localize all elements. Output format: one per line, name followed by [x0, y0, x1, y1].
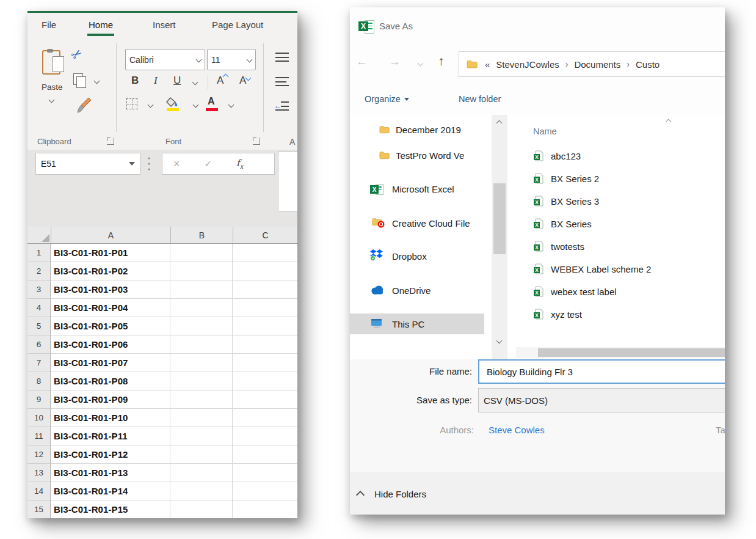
- cell-column-a[interactable]: BI3-C01-R01-P13: [51, 464, 170, 482]
- cell-column-c[interactable]: [233, 446, 297, 464]
- cell-column-a[interactable]: BI3-C01-R01-P01: [51, 244, 170, 262]
- cell-column-a[interactable]: BI3-C01-R01-P07: [51, 354, 170, 372]
- cell-column-c[interactable]: [233, 427, 297, 446]
- cell-column-a[interactable]: BI3-C01-R01-P08: [51, 372, 170, 391]
- cell-column-c[interactable]: [233, 482, 297, 501]
- tab-page-layout[interactable]: Page Layout: [212, 20, 263, 30]
- sort-ascending-icon[interactable]: [666, 119, 672, 125]
- row-header[interactable]: 7: [27, 354, 51, 372]
- font-size-combo[interactable]: 11: [207, 49, 256, 70]
- font-dialog-launcher[interactable]: [253, 138, 260, 145]
- align-middle-icon[interactable]: [275, 77, 289, 86]
- cut-icon[interactable]: ✂: [68, 45, 85, 64]
- column-header-a[interactable]: A: [51, 227, 171, 243]
- scrollbar-thumb[interactable]: [538, 348, 725, 357]
- cell-column-b[interactable]: [170, 354, 233, 372]
- cell-column-c[interactable]: [233, 501, 297, 518]
- cell-column-a[interactable]: BI3-C01-R01-P04: [51, 299, 170, 317]
- recent-locations-icon[interactable]: [418, 61, 424, 67]
- underline-dropdown-icon[interactable]: [192, 79, 198, 86]
- shrink-font-button[interactable]: A: [239, 75, 250, 87]
- tree-item-this-pc[interactable]: This PC: [350, 314, 484, 334]
- cell-column-b[interactable]: [170, 482, 233, 501]
- cell-column-c[interactable]: [233, 244, 297, 262]
- borders-dropdown-icon[interactable]: [148, 102, 154, 108]
- cell-column-a[interactable]: BI3-C01-R01-P15: [51, 501, 170, 518]
- cell-column-c[interactable]: [233, 354, 297, 372]
- cell-column-b[interactable]: [170, 262, 233, 280]
- address-bar[interactable]: « StevenJCowles › Documents › Custo: [459, 51, 725, 77]
- cell-column-b[interactable]: [170, 391, 233, 409]
- cell-column-a[interactable]: BI3-C01-R01-P05: [51, 317, 170, 336]
- name-column-header[interactable]: Name: [533, 127, 557, 136]
- copy-icon[interactable]: [73, 73, 83, 85]
- formula-input[interactable]: [278, 152, 297, 211]
- bold-button[interactable]: B: [131, 75, 139, 87]
- column-header-c[interactable]: C: [233, 227, 297, 243]
- list-horizontal-scrollbar[interactable]: [516, 347, 725, 358]
- up-icon[interactable]: ↑: [438, 54, 445, 68]
- tab-insert[interactable]: Insert: [153, 20, 176, 30]
- hide-folders-button[interactable]: Hide Folders: [374, 489, 426, 499]
- tree-item-dropbox[interactable]: Dropbox: [350, 247, 484, 265]
- cell-column-c[interactable]: [233, 317, 297, 336]
- cell-column-a[interactable]: BI3-C01-R01-P03: [51, 280, 170, 299]
- cell-column-b[interactable]: [170, 280, 233, 299]
- tree-item-testpro-word[interactable]: TestPro Word Ve: [350, 146, 484, 164]
- tab-file[interactable]: File: [42, 20, 56, 30]
- list-item[interactable]: XWEBEX Label scheme 2: [533, 260, 651, 278]
- cell-column-a[interactable]: BI3-C01-R01-P02: [51, 262, 170, 280]
- tree-scrollbar[interactable]: [492, 115, 507, 359]
- cell-column-b[interactable]: [170, 299, 233, 317]
- cell-column-b[interactable]: [170, 427, 233, 446]
- paste-icon[interactable]: [42, 50, 60, 75]
- file-name-input[interactable]: Biology Building Flr 3: [478, 359, 725, 384]
- cell-column-a[interactable]: BI3-C01-R01-P11: [51, 427, 170, 446]
- row-header[interactable]: 2: [27, 262, 51, 280]
- cell-column-a[interactable]: BI3-C01-R01-P09: [51, 391, 170, 409]
- list-item[interactable]: Xabc123: [533, 147, 581, 165]
- cell-column-c[interactable]: [233, 280, 297, 299]
- font-color-dropdown-icon[interactable]: [228, 102, 234, 108]
- save-as-type-select[interactable]: CSV (MS-DOS): [478, 388, 725, 413]
- cell-column-a[interactable]: BI3-C01-R01-P10: [51, 409, 170, 427]
- breadcrumb-item-custom[interactable]: Custo: [636, 59, 660, 70]
- row-header[interactable]: 15: [27, 501, 51, 518]
- select-all-button[interactable]: [27, 227, 51, 243]
- row-header[interactable]: 1: [27, 244, 51, 262]
- cell-column-a[interactable]: BI3-C01-R01-P06: [51, 336, 170, 354]
- list-item[interactable]: XBX Series: [533, 215, 592, 233]
- cell-column-c[interactable]: [233, 262, 297, 280]
- paste-button[interactable]: Paste: [42, 82, 62, 92]
- tree-item-creative-cloud[interactable]: Creative Cloud File: [350, 214, 484, 232]
- authors-link[interactable]: Steve Cowles: [489, 425, 545, 435]
- row-header[interactable]: 13: [27, 464, 51, 482]
- new-folder-button[interactable]: New folder: [459, 94, 501, 104]
- scroll-up-icon[interactable]: [496, 120, 503, 127]
- paste-dropdown-icon[interactable]: [49, 97, 55, 103]
- collapse-icon[interactable]: [356, 491, 365, 499]
- decrease-indent-icon[interactable]: ←: [275, 101, 289, 111]
- name-box-dropdown-icon[interactable]: [129, 162, 135, 166]
- list-item[interactable]: XBX Series 3: [533, 192, 599, 210]
- font-color-icon[interactable]: A: [208, 96, 215, 107]
- list-item[interactable]: Xxyz test: [533, 305, 582, 323]
- tree-item-onedrive[interactable]: OneDrive: [350, 281, 484, 299]
- back-icon[interactable]: ←: [356, 55, 368, 68]
- cell-column-c[interactable]: [233, 391, 297, 409]
- fill-color-icon[interactable]: [165, 97, 180, 108]
- cell-column-c[interactable]: [233, 409, 297, 427]
- forward-icon[interactable]: →: [389, 55, 401, 68]
- insert-function-icon[interactable]: fx: [236, 158, 243, 170]
- underline-button[interactable]: U: [173, 75, 181, 87]
- breadcrumb-item-user[interactable]: StevenJCowles: [496, 59, 559, 70]
- cell-column-b[interactable]: [170, 464, 233, 482]
- row-header[interactable]: 4: [27, 299, 51, 317]
- cell-column-c[interactable]: [233, 336, 297, 354]
- tree-item-microsoft-excel[interactable]: X Microsoft Excel: [350, 180, 484, 198]
- cell-column-c[interactable]: [233, 299, 297, 317]
- row-header[interactable]: 9: [27, 391, 51, 409]
- cell-column-b[interactable]: [170, 244, 233, 262]
- cell-column-b[interactable]: [170, 317, 233, 336]
- row-header[interactable]: 10: [27, 409, 51, 427]
